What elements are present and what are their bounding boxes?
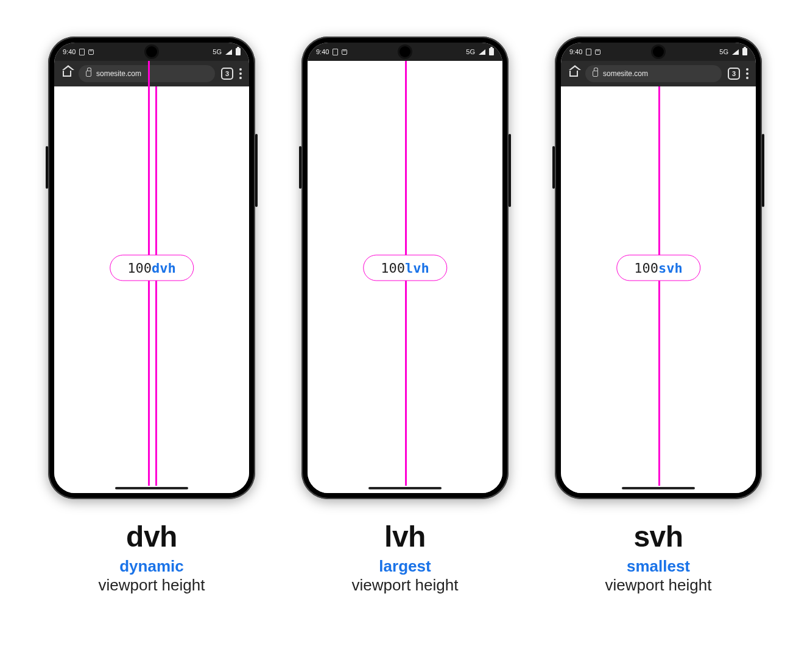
caption: svh smallest viewport height <box>605 520 712 595</box>
signal-icon <box>225 49 232 55</box>
caption-keyword: smallest <box>605 557 712 576</box>
notification-icon <box>79 49 85 55</box>
caption: dvh dynamic viewport height <box>99 520 205 595</box>
status-time: 9:40 <box>316 48 329 55</box>
notification-icon <box>333 49 338 55</box>
caption-title: svh <box>605 520 712 553</box>
front-camera <box>146 46 157 57</box>
tab-switcher[interactable]: 3 <box>221 68 233 80</box>
status-time: 9:40 <box>569 48 582 55</box>
notification-icon <box>586 49 591 55</box>
lock-icon <box>593 71 598 77</box>
phone-frame: 9:40 5G <box>48 37 255 499</box>
front-camera <box>400 46 410 57</box>
page-viewport <box>54 86 249 493</box>
address-bar[interactable]: somesite.com <box>79 65 215 82</box>
notification-icon <box>595 49 600 55</box>
status-network: 5G <box>466 48 475 55</box>
notification-icon <box>342 49 347 55</box>
gesture-bar <box>115 487 188 489</box>
caption: lvh largest viewport height <box>352 520 459 595</box>
tab-count: 3 <box>225 70 229 77</box>
caption-subtitle: viewport height <box>352 576 459 595</box>
page-viewport <box>561 86 756 493</box>
gesture-bar <box>368 487 442 489</box>
address-bar[interactable]: somesite.com <box>585 65 722 82</box>
phone-frame: 9:40 5G <box>555 37 762 499</box>
home-icon[interactable] <box>62 68 72 79</box>
phone-screen: 9:40 5G <box>561 43 756 493</box>
phone-column: 9:40 5G <box>42 37 261 595</box>
phone-screen: 9:40 5G <box>54 43 249 493</box>
battery-icon <box>236 48 241 55</box>
caption-title: lvh <box>352 520 459 553</box>
pill-unit: dvh <box>152 261 176 276</box>
signal-icon <box>479 49 485 55</box>
caption-title: dvh <box>99 520 205 553</box>
battery-icon <box>742 48 747 55</box>
phone-frame: 9:40 5G <box>301 37 509 499</box>
status-bar: 9:40 5G <box>54 43 249 61</box>
more-menu-icon[interactable] <box>746 68 748 79</box>
browser-toolbar: somesite.com 3 <box>54 61 249 86</box>
status-bar: 9:40 5G <box>308 43 502 61</box>
caption-subtitle: viewport height <box>99 576 205 595</box>
status-bar: 9:40 5G <box>561 43 756 61</box>
status-network: 5G <box>213 48 222 55</box>
phone-column: 9:40 5G <box>295 37 515 595</box>
pill-unit: lvh <box>405 261 429 276</box>
home-icon[interactable] <box>568 68 579 79</box>
caption-subtitle: viewport height <box>605 576 712 595</box>
browser-toolbar: somesite.com 3 <box>561 61 756 86</box>
caption-keyword: largest <box>352 557 459 576</box>
phone-screen: 9:40 5G <box>308 43 502 493</box>
signal-icon <box>732 49 739 55</box>
pill-unit: svh <box>658 261 683 276</box>
status-network: 5G <box>719 48 728 55</box>
status-time: 9:40 <box>63 48 76 55</box>
tab-count: 3 <box>732 70 736 77</box>
front-camera <box>653 46 664 57</box>
unit-pill: 100dvh <box>110 255 194 281</box>
lock-icon <box>86 71 91 77</box>
url-text: somesite.com <box>96 69 141 78</box>
gesture-bar <box>622 487 695 489</box>
pill-value: 100 <box>127 261 152 276</box>
battery-icon <box>489 48 494 55</box>
pill-value: 100 <box>634 261 658 276</box>
phone-column: 9:40 5G <box>549 37 768 595</box>
diagram-row: 9:40 5G <box>42 37 768 595</box>
tab-switcher[interactable]: 3 <box>728 68 740 80</box>
caption-keyword: dynamic <box>99 557 205 576</box>
more-menu-icon[interactable] <box>239 68 242 79</box>
unit-pill: 100lvh <box>363 255 447 281</box>
unit-pill: 100svh <box>616 255 700 281</box>
notification-icon <box>88 49 94 55</box>
pill-value: 100 <box>381 261 405 276</box>
url-text: somesite.com <box>603 69 648 78</box>
